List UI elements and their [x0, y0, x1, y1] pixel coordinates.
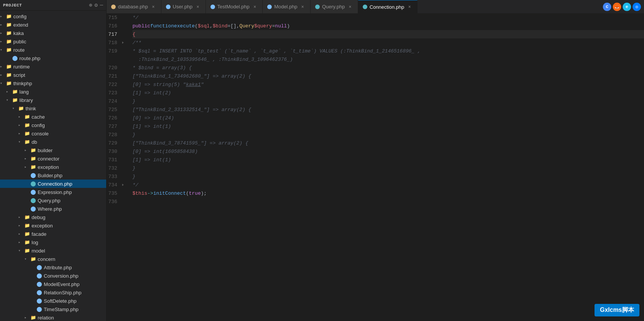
sidebar-item-debug[interactable]: ▸📁debug [0, 213, 106, 221]
sidebar-label-public: public [13, 39, 26, 44]
fold-icon-734[interactable] [120, 181, 126, 189]
gutter: 7157167177187197207217227237247257267277… [107, 13, 129, 321]
gutter-row-5 [107, 55, 129, 64]
sidebar-item-route[interactable]: ▾📁route [0, 46, 106, 54]
sidebar-item-Query.php[interactable]: ⬤Query.php [0, 196, 106, 205]
file-icon-console: 📁 [24, 131, 30, 137]
fold-icon-5 [120, 55, 126, 64]
sidebar-item-thinkphp[interactable]: ▾📁thinkphp [0, 79, 106, 87]
sidebar-item-SoftDelete.php[interactable]: ⬤SoftDelete.php [0, 297, 106, 305]
tab-close-Model.php[interactable]: × [300, 4, 306, 10]
gutter-row-715: 715 [107, 13, 129, 22]
file-icon-config: 📁 [6, 14, 12, 19]
sidebar-item-extend[interactable]: ▸📁extend [0, 21, 106, 29]
arrow-icon-route: ▾ [0, 48, 6, 52]
sidebar-item-Builder.php[interactable]: ⬤Builder.php [0, 171, 106, 180]
tab-Connection.php[interactable]: Connection.php× [358, 0, 418, 13]
arrow-icon-kaka: ▸ [0, 31, 6, 35]
tab-database.php[interactable]: database.php× [107, 0, 161, 13]
sidebar-item-exception[interactable]: ▸📁exception [0, 163, 106, 171]
tab-User.php[interactable]: User.php× [161, 0, 206, 13]
sidebar-item-TimeStamp.php[interactable]: ⬤TimeStamp.php [0, 305, 106, 313]
fold-icon-732 [120, 164, 126, 172]
line-number-719: 719 [107, 48, 120, 54]
sidebar-item-ModelEvent.php[interactable]: ⬤ModelEvent.php [0, 280, 106, 288]
sidebar-label-runtime: runtime [13, 64, 30, 70]
sidebar-item-connector[interactable]: ▸📁connector [0, 154, 106, 163]
arrow-icon-relation: ▸ [24, 315, 30, 320]
sidebar-item-Attribute.php[interactable]: ⬤Attribute.php [0, 263, 106, 272]
sidebar-item-relation[interactable]: ▸📁relation [0, 313, 106, 321]
code-content[interactable]: */ public function execute($sql, $bind =… [129, 13, 644, 321]
sidebar-item-lang[interactable]: ▸📁lang [0, 87, 106, 96]
sidebar-item-route.php[interactable]: ⬤route.php [0, 54, 106, 62]
sidebar-item-Connection.php[interactable]: ⬤Connection.php [0, 180, 106, 188]
file-icon-think: 📁 [18, 106, 24, 111]
tab-Model.php[interactable]: Model.php× [263, 0, 311, 13]
sidebar-label-cache: cache [32, 114, 45, 120]
sidebar-item-runtime[interactable]: ▸📁runtime [0, 62, 106, 71]
file-icon-script: 📁 [6, 72, 12, 78]
arrow-icon-console: ▸ [18, 131, 24, 136]
collapse-icon[interactable]: — [100, 2, 103, 8]
file-icon-db: 📁 [24, 139, 30, 145]
tab-close-database.php[interactable]: × [150, 4, 156, 10]
sidebar-label-log: log [32, 240, 38, 245]
sidebar-item-model[interactable]: ▾📁model [0, 246, 106, 255]
sidebar-label-Connection.php: Connection.php [38, 181, 72, 187]
sidebar-item-config2[interactable]: ▸📁config [0, 121, 106, 129]
code-line-721: ["ThinkBind_1_734962680_"] => array(2) { [132, 72, 644, 80]
sidebar-icons: ⊕ ⚙ — [89, 2, 103, 8]
tab-TestModel.php[interactable]: TestModel.php× [206, 0, 263, 13]
gutter-row-722: 722 [107, 80, 129, 89]
sidebar-item-kaka[interactable]: ▸📁kaka [0, 29, 106, 37]
sidebar-item-exception2[interactable]: ▸📁exception [0, 221, 106, 230]
fold-icon-716 [120, 22, 126, 30]
file-icon-route: 📁 [6, 47, 12, 53]
sidebar-label-ModelEvent.php: ModelEvent.php [44, 281, 80, 287]
sidebar-item-library[interactable]: ▾📁library [0, 96, 106, 104]
sidebar-item-Expression.php[interactable]: ⬤Expression.php [0, 188, 106, 196]
code-line-728: } [132, 130, 644, 139]
fold-icon-715 [120, 13, 126, 22]
sidebar-item-facade[interactable]: ▸📁facade [0, 230, 106, 238]
sidebar-item-db[interactable]: ▾📁db [0, 138, 106, 146]
tab-Query.php[interactable]: Query.php× [311, 0, 358, 13]
tab-close-Query.php[interactable]: × [347, 4, 353, 10]
file-icon-Connection.php: ⬤ [30, 181, 36, 187]
fold-icon-736 [120, 197, 126, 206]
sidebar-item-Conversion.php[interactable]: ⬤Conversion.php [0, 272, 106, 280]
sidebar-item-public[interactable]: ▸📁public [0, 37, 106, 46]
line-number-716: 716 [107, 23, 120, 29]
sidebar-item-concern[interactable]: ▾📁concern [0, 255, 106, 263]
new-file-icon[interactable]: ⊕ [89, 2, 92, 8]
sidebar-item-script[interactable]: ▸📁script [0, 71, 106, 79]
arrow-icon-exception: ▸ [24, 165, 30, 169]
tab-close-Connection.php[interactable]: × [406, 4, 413, 10]
code-line-727: [1] => int(1) [132, 122, 644, 130]
tab-label-Connection.php: Connection.php [370, 4, 404, 10]
sidebar-item-Where.php[interactable]: ⬤Where.php [0, 205, 106, 213]
sidebar-item-config[interactable]: ▸📁config [0, 12, 106, 21]
gutter-row-718: 718 [107, 38, 129, 47]
sidebar-item-console[interactable]: ▸📁console [0, 129, 106, 138]
sidebar-item-think[interactable]: ▾📁think [0, 104, 106, 113]
sidebar-item-cache[interactable]: ▸📁cache [0, 113, 106, 121]
gutter-row-719: 719 [107, 47, 129, 55]
sidebar-label-think: think [26, 106, 36, 111]
gutter-row-716: 716 [107, 22, 129, 30]
sidebar-item-RelationShip.php[interactable]: ⬤RelationShip.php [0, 288, 106, 297]
tab-close-TestModel.php[interactable]: × [252, 4, 258, 10]
safari-icon[interactable]: ◎ [633, 3, 641, 11]
arrow-icon-model: ▾ [18, 248, 24, 253]
ie-icon[interactable]: e [623, 3, 631, 11]
firefox-icon[interactable]: 🦊 [613, 3, 621, 11]
sidebar-item-log[interactable]: ▸📁log [0, 238, 106, 246]
chrome-icon[interactable]: C [603, 3, 611, 11]
fold-icon-718[interactable] [120, 38, 126, 47]
settings-icon[interactable]: ⚙ [94, 2, 97, 8]
file-icon-cache: 📁 [24, 114, 30, 120]
sidebar-item-builder[interactable]: ▸📁builder [0, 146, 106, 154]
file-icon-exception: 📁 [30, 164, 36, 170]
tab-close-User.php[interactable]: × [195, 4, 201, 10]
